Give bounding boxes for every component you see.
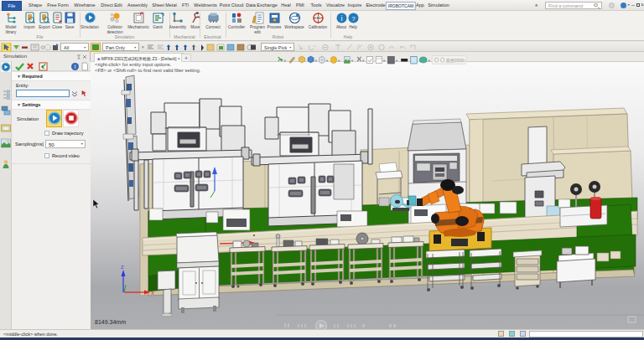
svg-text:▼: ▼ (337, 59, 340, 63)
svg-text:▼: ▼ (428, 59, 430, 63)
svg-text:Z: Z (121, 265, 124, 270)
svg-text:▼: ▼ (325, 59, 328, 63)
svg-text:▼: ▼ (314, 59, 317, 63)
svg-text:▼: ▼ (283, 59, 286, 63)
svg-text:▼: ▼ (382, 59, 385, 63)
svg-text:▼: ▼ (141, 45, 144, 49)
svg-text:X: X (151, 291, 154, 296)
svg-text:▼: ▼ (462, 59, 465, 63)
svg-text:▼: ▼ (351, 59, 353, 63)
svg-text:▼: ▼ (361, 59, 364, 63)
svg-text:曲面0000: 曲面0000 (446, 58, 464, 64)
svg-text:?: ? (351, 15, 356, 23)
svg-text:▼: ▼ (395, 59, 397, 63)
